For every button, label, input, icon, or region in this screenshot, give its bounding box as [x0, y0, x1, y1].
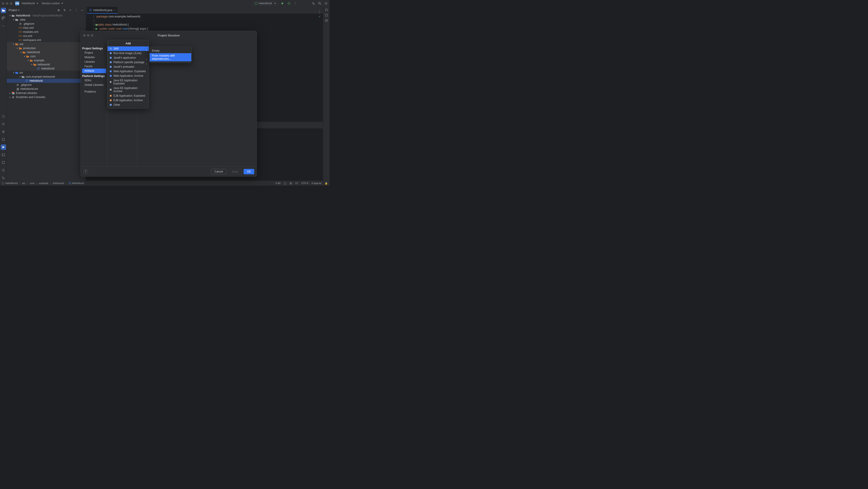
- sidebar-section: Project Settings: [82, 47, 106, 50]
- forward-icon[interactable]: →: [88, 41, 91, 44]
- menu-item-javafx-app[interactable]: JavaFx application: [107, 56, 149, 60]
- menu-item-jlink[interactable]: Run-time image (JLink): [107, 51, 149, 56]
- sidebar-item-problems[interactable]: Problems: [82, 89, 106, 94]
- sidebar-item-global-libraries[interactable]: Global Libraries: [82, 83, 106, 87]
- menu-item-ejb-exploded[interactable]: EJB Application: Exploded: [107, 93, 149, 98]
- menu-item-ejb-archive[interactable]: EJB Application: Archive: [107, 98, 149, 102]
- modal-overlay: Project Structure ← → Project Settings P…: [0, 0, 868, 489]
- menu-item-jee-archive[interactable]: Java EE Application: Archive: [107, 86, 149, 93]
- dialog-title: Project Structure: [158, 34, 180, 37]
- menu-label: Run-time image (JLink): [114, 52, 142, 55]
- apply-button[interactable]: Apply: [228, 169, 242, 174]
- submenu-item-from-modules[interactable]: From modules with dependencies...: [150, 53, 191, 61]
- sidebar-item-project[interactable]: Project: [82, 51, 106, 55]
- menu-label: Platform specific package: [114, 61, 145, 64]
- sidebar-item-libraries[interactable]: Libraries: [82, 60, 106, 64]
- sidebar-item-modules[interactable]: Modules: [82, 55, 106, 60]
- sidebar-item-sdks[interactable]: SDKs: [82, 78, 106, 83]
- add-artifact-popup: Add JAR Run-time image (JLink) JavaFx ap…: [107, 40, 149, 109]
- menu-item-jee-exploded[interactable]: Java EE Application: Exploded: [107, 78, 149, 86]
- menu-item-web-exploded[interactable]: Web Application: Exploded: [107, 69, 149, 73]
- menu-label: JavaFx preloader: [114, 65, 134, 68]
- menu-item-other[interactable]: Other: [107, 102, 149, 107]
- menu-label: Java EE Application: Archive: [114, 87, 147, 93]
- menu-item-platform-pkg[interactable]: Platform specific package: [107, 60, 149, 64]
- dialog-titlebar: Project Structure: [81, 31, 256, 40]
- menu-label: JAR: [114, 47, 119, 50]
- cancel-button[interactable]: Cancel: [211, 169, 226, 174]
- back-icon[interactable]: ←: [83, 41, 86, 44]
- menu-label: Web Application: Archive: [114, 74, 143, 78]
- menu-label: JavaFx application: [114, 56, 136, 59]
- menu-label: Java EE Application: Exploded: [113, 79, 147, 85]
- jar-submenu: Empty From modules with dependencies...: [149, 47, 191, 63]
- menu-label: EJB Application: Exploded: [114, 94, 145, 97]
- menu-label: EJB Application: Archive: [114, 99, 143, 102]
- menu-item-web-archive[interactable]: Web Application: Archive: [107, 73, 149, 78]
- dialog-window-controls[interactable]: [83, 34, 93, 37]
- menu-label: Web Application: Exploded: [114, 70, 146, 73]
- menu-item-jar[interactable]: JAR: [107, 47, 149, 51]
- ok-button[interactable]: OK: [244, 169, 254, 174]
- sidebar-item-facets[interactable]: Facets: [82, 64, 106, 69]
- sidebar-item-artifacts[interactable]: Artifacts: [82, 69, 106, 73]
- dialog-sidebar: Project Settings Project Modules Librari…: [81, 40, 107, 166]
- popup-title: Add: [107, 41, 149, 47]
- help-button[interactable]: ?: [83, 169, 88, 174]
- menu-item-javafx-preloader[interactable]: JavaFx preloader: [107, 64, 149, 69]
- sidebar-section: Platform Settings: [82, 74, 106, 78]
- submenu-item-empty[interactable]: Empty: [150, 48, 191, 53]
- menu-label: Other: [114, 103, 120, 106]
- dialog-footer: ? Cancel Apply OK: [81, 166, 256, 176]
- dialog-nav: ← →: [83, 41, 91, 44]
